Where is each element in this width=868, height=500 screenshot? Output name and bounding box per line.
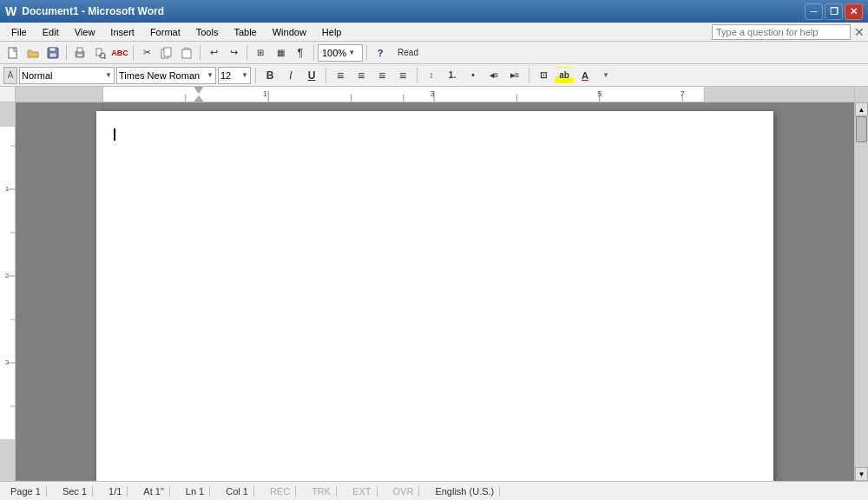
help-search-input[interactable]: [712, 24, 851, 40]
ruler-left-margin: [0, 87, 16, 102]
cut-button[interactable]: ✂: [137, 43, 156, 62]
sep4: [247, 45, 247, 61]
new-button[interactable]: [3, 43, 23, 62]
sep1: [66, 45, 67, 61]
style-dropdown[interactable]: Normal ▼: [19, 67, 115, 84]
decrease-indent-button[interactable]: ◂≡: [484, 67, 503, 84]
menu-insert[interactable]: Insert: [102, 24, 142, 40]
svg-text:5: 5: [597, 90, 602, 99]
print-button[interactable]: [70, 43, 89, 62]
help-close-icon[interactable]: ✕: [854, 25, 865, 39]
svg-line-9: [104, 57, 106, 59]
title-bar: W Document1 - Microsoft Word ─ ❐ ✕: [0, 0, 868, 23]
style-value: Normal: [22, 70, 103, 81]
window-controls: ─ ❐ ✕: [805, 3, 863, 20]
menu-window[interactable]: Window: [265, 24, 314, 40]
align-center-button[interactable]: ≡: [352, 67, 371, 84]
size-arrow-icon: ▼: [241, 71, 248, 79]
show-hide-button[interactable]: ¶: [291, 43, 310, 62]
menu-table[interactable]: Table: [226, 24, 264, 40]
menu-bar: File Edit View Insert Format Tools Table…: [0, 23, 868, 42]
paste-button[interactable]: [177, 43, 196, 62]
redo-button[interactable]: ↪: [224, 43, 243, 62]
ruler-container: 1 3 5 7: [0, 87, 868, 102]
svg-rect-7: [96, 49, 102, 56]
table-button[interactable]: ⊞: [251, 43, 270, 62]
numbering-button[interactable]: 1.: [443, 67, 462, 84]
vertical-scrollbar[interactable]: ▲ ▼: [854, 102, 868, 481]
svg-rect-5: [77, 48, 82, 52]
border-button[interactable]: ⊡: [534, 67, 553, 84]
fmt-sep1: [255, 68, 256, 83]
italic-button[interactable]: I: [281, 67, 300, 84]
align-left-button[interactable]: ≡: [331, 67, 350, 84]
bold-button[interactable]: B: [260, 67, 279, 84]
undo-button[interactable]: ↩: [204, 43, 223, 62]
status-page-of: 1/1: [103, 486, 128, 497]
menu-tools[interactable]: Tools: [188, 24, 227, 40]
minimize-button[interactable]: ─: [805, 3, 823, 20]
status-at: At 1": [138, 486, 169, 497]
status-language: English (U.S.): [430, 486, 500, 497]
align-right-button[interactable]: ≡: [372, 67, 391, 84]
open-button[interactable]: [23, 43, 43, 62]
sep6: [366, 45, 367, 61]
help-search-box: ✕: [712, 24, 865, 40]
status-ovr: OVR: [388, 486, 420, 497]
main-area: 1 2 3 ▲ ▼: [0, 102, 868, 481]
read-button[interactable]: Read: [391, 43, 425, 62]
style-icon: A: [3, 67, 17, 84]
status-col: Col 1: [220, 486, 254, 497]
document-page[interactable]: [96, 111, 773, 481]
close-button[interactable]: ✕: [845, 3, 863, 20]
justify-button[interactable]: ≡: [393, 67, 412, 84]
svg-rect-3: [49, 53, 56, 57]
size-dropdown[interactable]: 12 ▼: [218, 67, 251, 84]
window-title: Document1 - Microsoft Word: [22, 5, 805, 17]
menu-edit[interactable]: Edit: [35, 24, 67, 40]
save-button[interactable]: [43, 43, 62, 62]
scroll-thumb[interactable]: [856, 116, 867, 142]
line-spacing-button[interactable]: ↕: [422, 67, 441, 84]
font-dropdown[interactable]: Times New Roman ▼: [116, 67, 216, 84]
bullets-button[interactable]: •: [464, 67, 483, 84]
status-rec: REC: [265, 486, 296, 497]
format-more-button[interactable]: ▼: [596, 66, 615, 85]
svg-rect-33: [0, 102, 16, 127]
menu-view[interactable]: View: [67, 24, 103, 40]
zoom-dropdown[interactable]: 100% ▼: [318, 44, 363, 62]
svg-rect-11: [164, 48, 171, 56]
columns-button[interactable]: ▦: [271, 43, 290, 62]
fmt-sep4: [529, 68, 529, 83]
menu-help[interactable]: Help: [314, 24, 350, 40]
spell-button[interactable]: ABC: [110, 43, 129, 62]
status-bar: Page 1 Sec 1 1/1 At 1" Ln 1 Col 1 REC TR…: [0, 481, 868, 500]
menu-file[interactable]: File: [3, 24, 35, 40]
scroll-track[interactable]: [855, 116, 868, 467]
restore-button[interactable]: ❐: [825, 3, 843, 20]
fmt-sep2: [326, 68, 326, 83]
svg-text:7: 7: [681, 90, 685, 99]
help-button[interactable]: ?: [371, 43, 390, 62]
font-value: Times New Roman: [119, 70, 205, 81]
print-preview-button[interactable]: [90, 43, 109, 62]
scroll-up-button[interactable]: ▲: [855, 102, 868, 116]
highlight-button[interactable]: ab: [555, 67, 574, 84]
size-value: 12: [220, 70, 231, 81]
increase-indent-button[interactable]: ▸≡: [505, 67, 524, 84]
underline-button[interactable]: U: [302, 67, 321, 84]
menu-format[interactable]: Format: [142, 24, 188, 40]
copy-button[interactable]: [157, 43, 176, 62]
svg-rect-2: [49, 48, 56, 51]
text-cursor: [114, 128, 115, 141]
status-page: Page 1: [5, 486, 47, 497]
format-toolbar: A Normal ▼ Times New Roman ▼ 12 ▼ B I U …: [0, 64, 868, 87]
svg-text:1: 1: [5, 185, 10, 193]
status-ext: EXT: [347, 486, 377, 497]
ruler: 1 3 5 7: [16, 87, 854, 102]
fmt-sep3: [417, 68, 418, 83]
font-color-button[interactable]: A: [575, 67, 595, 84]
document-area[interactable]: [16, 102, 854, 481]
scroll-down-button[interactable]: ▼: [855, 467, 868, 481]
svg-text:3: 3: [5, 359, 10, 366]
